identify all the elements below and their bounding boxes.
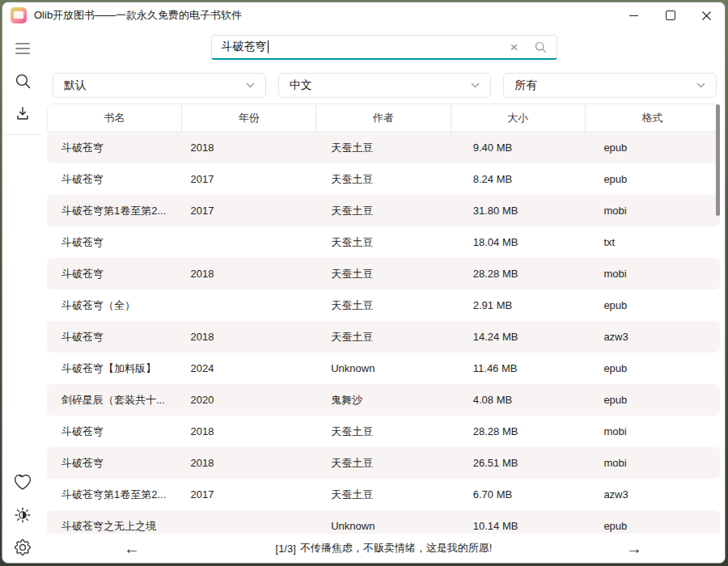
cell-format: epub [589,394,720,406]
cell-size: 6.70 MB [447,488,590,501]
maximize-button[interactable] [652,2,688,28]
cell-author: 天蚕土豆 [307,141,447,155]
table-row[interactable]: 斗破苍穹2017天蚕土豆8.24 MBepub [47,163,720,195]
cell-title: 斗破苍穹 [47,456,178,471]
text-cursor [268,40,269,53]
cell-format: epub [589,173,720,185]
next-page-button[interactable]: → [626,540,642,556]
cell-author: 天蚕土豆 [307,204,447,218]
table-row[interactable]: 斗破苍穹之无上之境Unknown10.14 MBepub [47,510,720,534]
search-input[interactable]: 斗破苍穹 [222,40,267,54]
search-box[interactable]: 斗破苍穹 × [211,35,557,60]
cell-size: 9.40 MB [447,142,590,154]
cell-year: 2018 [178,142,307,154]
format-dropdown[interactable]: 所有 [503,73,717,98]
page-indicator: [1/3] [276,543,296,555]
table-row[interactable]: 斗破苍穹（全）天蚕土豆2.91 MBepub [47,289,720,321]
cell-title: 斗破苍穹【加料版】 [47,361,178,376]
scrollbar-thumb[interactable] [716,104,720,216]
cell-author: 天蚕土豆 [307,298,447,313]
cell-author: Unknown [307,362,447,374]
cell-size: 4.08 MB [447,394,590,406]
window-title: Olib开放图书——一款永久免费的电子书软件 [34,8,242,23]
titlebar[interactable]: Olib开放图书——一款永久免费的电子书软件 [2,2,725,28]
table-row[interactable]: 斗破苍穹2018天蚕土豆9.40 MBepub [47,132,720,163]
sidebar-divider [4,134,41,135]
sort-dropdown-value: 默认 [64,78,87,93]
column-header: 年份 [182,104,316,131]
results-table: 书名年份作者大小格式 斗破苍穹2018天蚕土豆9.40 MBepub斗破苍穹20… [47,103,720,534]
cell-size: 10.14 MB [447,520,590,532]
cell-author: 天蚕土豆 [307,235,447,250]
cell-format: epub [589,299,720,311]
search-row: 斗破苍穹 × [43,28,725,67]
cell-year: 2018 [178,268,307,280]
sort-dropdown[interactable]: 默认 [53,73,266,98]
pagination-message: 不传播焦虑，不贩卖情绪，这是我的所愿! [300,541,493,555]
column-header: 书名 [48,104,182,131]
clear-search-button[interactable]: × [509,40,520,54]
cell-author: 天蚕土豆 [307,424,447,439]
cell-size: 18.04 MB [447,236,590,248]
cell-year: 2017 [178,205,307,217]
cell-author: 天蚕土豆 [307,267,447,281]
cell-year: 2018 [178,425,307,437]
cell-year: 2017 [178,488,307,501]
cell-title: 斗破苍穹第1卷至第2... [47,204,178,218]
window-controls [616,2,725,28]
cell-author: 鬼舞沙 [307,393,447,408]
cell-size: 8.24 MB [447,173,590,185]
menu-button[interactable] [8,36,37,61]
language-dropdown[interactable]: 中文 [278,73,492,98]
cell-year: 2024 [178,362,307,374]
table-row[interactable]: 斗破苍穹第1卷至第2...2017天蚕土豆31.80 MBmobi [47,195,720,226]
cell-format: epub [589,520,720,532]
table-row[interactable]: 斗破苍穹2018天蚕土豆28.28 MBmobi [47,416,720,447]
hamburger-icon [15,43,30,54]
theme-toggle-button[interactable] [8,503,37,527]
cell-size: 28.28 MB [447,268,590,280]
search-submit-icon[interactable] [535,41,547,53]
table-row[interactable]: 剑碎星辰（套装共十...2020鬼舞沙4.08 MBepub [47,384,720,416]
language-dropdown-value: 中文 [290,78,312,93]
column-header: 格式 [586,104,719,131]
cell-size: 31.80 MB [447,205,590,217]
cell-size: 28.28 MB [447,425,590,437]
cell-size: 2.91 MB [447,299,590,311]
downloads-button[interactable] [8,101,37,125]
table-row[interactable]: 斗破苍穹【加料版】2024Unknown11.46 MBepub [47,353,720,384]
search-icon [15,73,32,90]
table-body: 斗破苍穹2018天蚕土豆9.40 MBepub斗破苍穹2017天蚕土豆8.24 … [47,132,720,534]
sidebar-search-button[interactable] [8,69,37,93]
cell-author: 天蚕土豆 [307,330,447,344]
table-row[interactable]: 斗破苍穹2018天蚕土豆28.28 MBmobi [47,258,720,289]
filter-row: 默认 中文 所有 [43,67,725,98]
cell-year: 2018 [178,457,307,469]
cell-year: 2018 [178,331,307,343]
pagination-bar: ← [1/3] 不传播焦虑，不贩卖情绪，这是我的所愿! → [43,534,725,563]
cell-author: 天蚕土豆 [307,172,447,187]
app-logo-icon [11,7,27,23]
cell-author: 天蚕土豆 [307,488,447,502]
cell-size: 11.46 MB [447,362,590,374]
cell-format: azw3 [589,488,720,501]
cell-author: Unknown [307,520,447,532]
table-row[interactable]: 斗破苍穹第1卷至第2...2017天蚕土豆6.70 MBazw3 [47,479,720,510]
cell-format: mobi [589,457,720,469]
cell-title: 斗破苍穹 [47,267,178,281]
main-content: 斗破苍穹 × 默认 中文 [43,28,725,563]
table-row[interactable]: 斗破苍穹天蚕土豆18.04 MBtxt [47,226,720,258]
settings-button[interactable] [8,535,37,560]
minimize-button[interactable] [616,2,652,28]
brightness-icon [15,507,31,523]
favorites-button[interactable] [8,471,37,495]
maximize-icon [666,11,675,20]
table-row[interactable]: 斗破苍穹2018天蚕土豆26.51 MBmobi [47,447,720,479]
cell-title: 剑碎星辰（套装共十... [47,393,178,408]
table-row[interactable]: 斗破苍穹2018天蚕土豆14.24 MBazw3 [47,321,720,353]
cell-title: 斗破苍穹 [47,235,178,250]
cell-year: 2017 [178,173,307,185]
prev-page-button[interactable]: ← [124,540,140,556]
cell-title: 斗破苍穹 [47,141,178,155]
close-button[interactable] [688,2,725,28]
